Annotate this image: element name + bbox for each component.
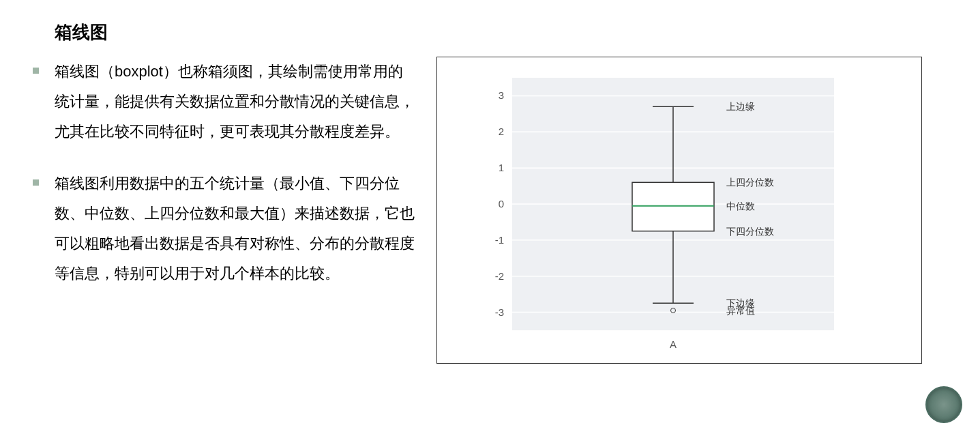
boxplot-figure: -3-2-10123上边缘上四分位数中位数下四分位数下边缘异常值A xyxy=(436,57,922,364)
x-tick-label: A xyxy=(670,338,677,350)
annotation-outlier: 异常值 xyxy=(726,305,755,316)
decorative-badge-icon xyxy=(925,386,962,423)
text-column: 箱线图（boxplot）也称箱须图，其绘制需使用常用的统计量，能提供有关数据位置… xyxy=(27,57,416,364)
annotation-upper-whisker: 上边缘 xyxy=(726,101,755,112)
y-tick-label: 1 xyxy=(499,162,504,173)
bullet-item: 箱线图利用数据中的五个统计量（最小值、下四分位数、中位数、上四分位数和最大值）来… xyxy=(27,169,416,289)
y-tick-label: -2 xyxy=(495,270,504,282)
box-rect xyxy=(632,182,714,231)
y-tick-label: 2 xyxy=(499,126,504,137)
figure-column: -3-2-10123上边缘上四分位数中位数下四分位数下边缘异常值A xyxy=(436,57,922,364)
page-title: 箱线图 xyxy=(55,20,953,44)
bullet-item: 箱线图（boxplot）也称箱须图，其绘制需使用常用的统计量，能提供有关数据位置… xyxy=(27,57,416,147)
annotation-median: 中位数 xyxy=(726,201,755,212)
y-tick-label: 0 xyxy=(499,198,504,209)
y-tick-label: 3 xyxy=(499,89,504,101)
y-tick-label: -3 xyxy=(495,306,504,318)
y-tick-label: -1 xyxy=(495,234,504,246)
annotation-q1: 下四分位数 xyxy=(726,226,774,237)
annotation-q3: 上四分位数 xyxy=(726,177,774,188)
